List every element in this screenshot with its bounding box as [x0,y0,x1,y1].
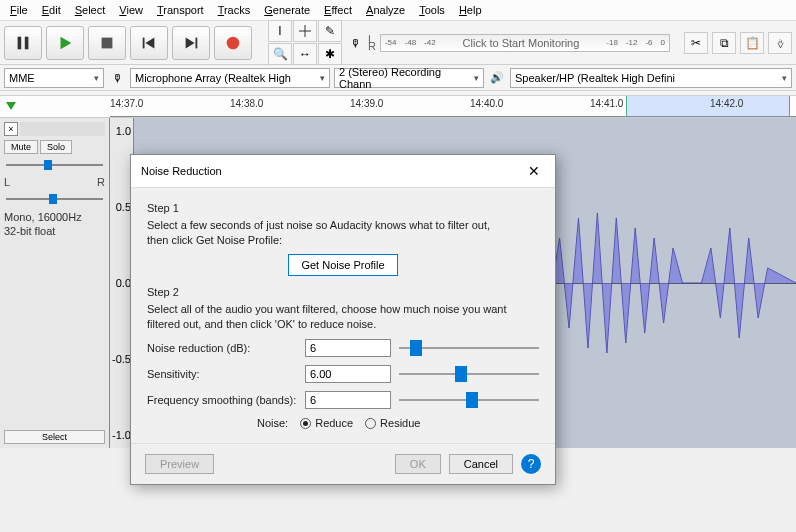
step2-label: Step 2 [147,286,539,298]
noise-label: Noise: [257,417,288,429]
freq-slider[interactable] [399,391,539,409]
reduce-radio-label: Reduce [315,417,353,429]
nr-input[interactable] [305,339,391,357]
reduce-radio[interactable]: Reduce [300,417,353,429]
sens-slider[interactable] [399,365,539,383]
preview-button[interactable]: Preview [145,454,214,474]
ok-button[interactable]: OK [395,454,441,474]
step1-label: Step 1 [147,202,539,214]
dialog-titlebar: Noise Reduction ✕ [131,155,555,188]
dialog-close-button[interactable]: ✕ [523,161,545,181]
residue-radio-label: Residue [380,417,420,429]
radio-dot-icon [365,418,376,429]
step2-desc: Select all of the audio you want filtere… [147,302,539,332]
cancel-button[interactable]: Cancel [449,454,513,474]
noise-reduction-dialog: Noise Reduction ✕ Step 1 Select a few se… [130,154,556,485]
residue-radio[interactable]: Residue [365,417,420,429]
help-button[interactable]: ? [521,454,541,474]
sens-label: Sensitivity: [147,368,297,380]
modal-overlay: Noise Reduction ✕ Step 1 Select a few se… [0,0,796,532]
nr-slider[interactable] [399,339,539,357]
step1-desc: Select a few seconds of just noise so Au… [147,218,539,248]
sens-input[interactable] [305,365,391,383]
dialog-title: Noise Reduction [141,165,222,177]
nr-label: Noise reduction (dB): [147,342,297,354]
radio-dot-icon [300,418,311,429]
freq-input[interactable] [305,391,391,409]
get-noise-profile-button[interactable]: Get Noise Profile [288,254,397,276]
freq-label: Frequency smoothing (bands): [147,394,297,406]
